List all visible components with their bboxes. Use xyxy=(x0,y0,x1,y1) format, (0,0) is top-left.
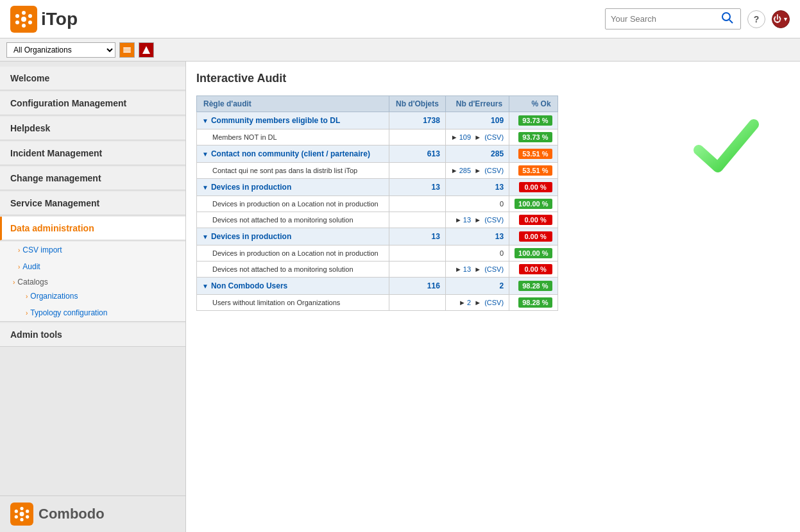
detail-label-cell: Members NOT in DL xyxy=(197,129,389,145)
group-label-cell: ▼Community members eligible to DL xyxy=(197,112,389,129)
group-label-cell: ▼Contact non community (client / partena… xyxy=(197,145,389,163)
count-link[interactable]: 285 xyxy=(459,167,471,174)
detail-pct-ok: 0.00 % xyxy=(509,262,557,278)
table-row: Users without limitation on Organization… xyxy=(197,295,558,311)
arrow-icon: › xyxy=(18,263,20,270)
group-pct-ok: 53.51 % xyxy=(509,145,557,163)
group-nb-objets: 116 xyxy=(389,278,446,295)
detail-nb-objets xyxy=(389,262,446,278)
csv-link[interactable]: (CSV) xyxy=(484,299,504,306)
logo-icon xyxy=(10,6,37,33)
logo-text: iTop xyxy=(41,9,78,29)
sidebar-catalogs-label[interactable]: › Catalogs xyxy=(0,275,185,288)
group-link[interactable]: Contact non community (client / partenai… xyxy=(211,149,370,158)
group-label-cell: ▼Devices in production xyxy=(197,179,389,196)
group-nb-objets: 1738 xyxy=(389,112,446,129)
svg-point-1 xyxy=(22,11,26,15)
sidebar-item-incident-management[interactable]: Incident Management xyxy=(0,142,185,165)
svg-point-15 xyxy=(20,518,23,521)
toggle-icon[interactable]: ▼ xyxy=(202,184,209,191)
help-button[interactable]: ? xyxy=(747,10,765,28)
detail-label-cell: Devices not attached to a monitoring sol… xyxy=(197,212,389,228)
group-link[interactable]: Non Combodo Users xyxy=(211,281,287,290)
sidebar-item-change-management[interactable]: Change management xyxy=(0,167,185,190)
count-arrow: ► xyxy=(459,299,466,306)
group-link[interactable]: Devices in production xyxy=(211,183,291,192)
detail-pct-ok: 93.73 % xyxy=(509,129,557,145)
pct-badge: 0.00 % xyxy=(519,182,552,192)
detail-pct-ok: 98.28 % xyxy=(509,295,557,311)
sidebar-item-welcome[interactable]: Welcome xyxy=(0,67,185,90)
data-admin-sub-section: › CSV import › Audit › Catalogs › Organi… xyxy=(0,242,185,322)
main-content: Interactive Audit Règle d'audit Nb d'Obj… xyxy=(186,62,800,532)
detail-label-cell: Devices in production on a Location not … xyxy=(197,245,389,262)
pct-badge: 53.51 % xyxy=(518,149,552,159)
search-input[interactable] xyxy=(611,14,720,24)
count-link[interactable]: 13 xyxy=(463,265,471,273)
org-select[interactable]: All Organizations xyxy=(6,42,115,58)
sidebar-subitem-typology-configuration[interactable]: › Typology configuration xyxy=(0,304,185,321)
svg-point-14 xyxy=(20,507,23,510)
sidebar-item-service-management[interactable]: Service Management xyxy=(0,192,185,215)
count-link[interactable]: 109 xyxy=(459,133,471,141)
detail-pct-ok: 100.00 % xyxy=(509,196,557,212)
arrow-icon: › xyxy=(13,279,15,286)
detail-nb-erreurs: ►13 ► (CSV) xyxy=(445,212,509,228)
group-pct-ok: 0.00 % xyxy=(509,228,557,245)
sidebar-item-configuration-management[interactable]: Configuration Management xyxy=(0,92,185,115)
group-pct-ok: 93.73 % xyxy=(509,112,557,129)
svg-point-6 xyxy=(28,21,32,24)
toggle-icon[interactable]: ▼ xyxy=(202,283,209,290)
detail-label-cell: Users without limitation on Organization… xyxy=(197,295,389,311)
group-nb-erreurs: 285 xyxy=(445,145,509,163)
group-pct-ok: 98.28 % xyxy=(509,278,557,295)
csv-link[interactable]: (CSV) xyxy=(484,133,504,141)
csv-link[interactable]: (CSV) xyxy=(484,265,504,273)
sep: ► xyxy=(474,265,481,273)
sep: ► xyxy=(474,133,481,141)
pct-badge: 100.00 % xyxy=(515,199,552,209)
svg-point-5 xyxy=(15,21,19,24)
group-link[interactable]: Community members eligible to DL xyxy=(211,116,340,125)
pct-badge: 100.00 % xyxy=(515,248,552,258)
toggle-icon[interactable]: ▼ xyxy=(202,151,209,158)
csv-link[interactable]: (CSV) xyxy=(484,216,504,224)
detail-nb-objets xyxy=(389,196,446,212)
sep: ► xyxy=(474,299,481,306)
csv-link[interactable]: (CSV) xyxy=(484,167,504,174)
count-arrow: ► xyxy=(451,167,458,174)
pct-badge: 0.00 % xyxy=(519,231,552,242)
pct-badge: 98.28 % xyxy=(518,297,552,308)
pct-badge: 93.73 % xyxy=(518,132,552,142)
toggle-icon[interactable]: ▼ xyxy=(202,233,209,240)
power-button[interactable]: ⏻▼ xyxy=(772,10,790,28)
sidebar-subitem-audit[interactable]: › Audit xyxy=(0,258,185,275)
detail-nb-objets xyxy=(389,212,446,228)
search-button[interactable] xyxy=(720,12,735,26)
toolbar-icon-red[interactable] xyxy=(139,42,154,58)
arrow-icon: › xyxy=(18,247,20,254)
svg-marker-12 xyxy=(142,46,150,54)
audit-tbody: ▼Community members eligible to DL1738109… xyxy=(197,112,558,311)
page-title: Interactive Audit xyxy=(196,72,790,85)
count-link[interactable]: 2 xyxy=(467,299,471,306)
group-link[interactable]: Devices in production xyxy=(211,232,291,241)
detail-label-cell: Devices not attached to a monitoring sol… xyxy=(197,262,389,278)
toolbar-icon-orange[interactable] xyxy=(119,42,135,58)
audit-table: Règle d'audit Nb d'Objets Nb d'Erreurs %… xyxy=(196,96,558,311)
count-arrow: ► xyxy=(451,133,458,141)
toggle-icon[interactable]: ▼ xyxy=(202,117,209,124)
sidebar-item-data-administration[interactable]: Data administration xyxy=(0,217,185,240)
sidebar-subitem-organizations[interactable]: › Organizations xyxy=(0,288,185,304)
sidebar-item-admin-tools[interactable]: Admin tools xyxy=(0,323,185,347)
table-row: Members NOT in DL►109 ► (CSV)93.73 % xyxy=(197,129,558,145)
count-link[interactable]: 13 xyxy=(463,216,471,224)
sidebar-item-helpdesk[interactable]: Helpdesk xyxy=(0,117,185,140)
table-group-row: ▼Contact non community (client / partena… xyxy=(197,145,558,163)
svg-point-4 xyxy=(28,14,32,18)
sidebar: Welcome Configuration Management Helpdes… xyxy=(0,62,186,532)
sidebar-subitem-csv-import[interactable]: › CSV import xyxy=(0,242,185,258)
group-nb-erreurs: 2 xyxy=(445,278,509,295)
detail-label-cell: Devices in production on a Location not … xyxy=(197,196,389,212)
table-group-row: ▼Community members eligible to DL1738109… xyxy=(197,112,558,129)
